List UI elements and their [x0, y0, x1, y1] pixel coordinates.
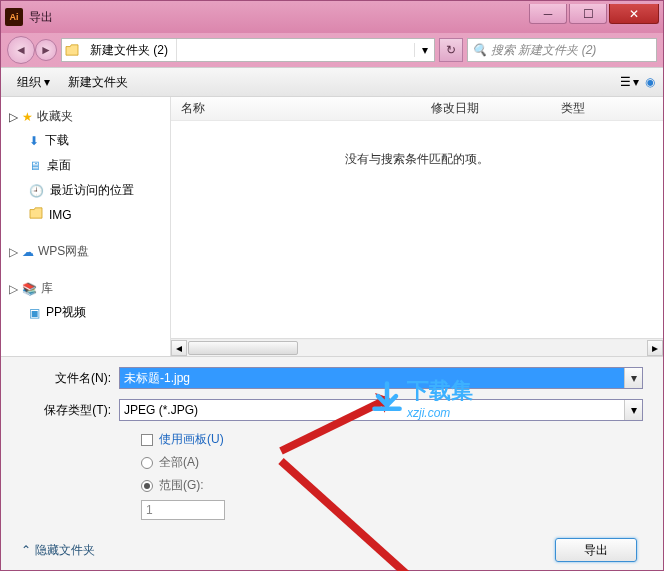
search-icon: 🔍 [472, 43, 487, 57]
column-headers: 名称 修改日期 类型 [171, 97, 663, 121]
range-radio[interactable]: 范围(G): [141, 477, 643, 494]
desktop-icon: 🖥 [29, 159, 41, 173]
savetype-label: 保存类型(T): [21, 402, 111, 419]
close-button[interactable]: ✕ [609, 4, 659, 24]
col-name[interactable]: 名称 [171, 100, 421, 117]
help-button[interactable]: ◉ [645, 75, 655, 89]
radio-icon [141, 457, 153, 469]
scroll-thumb[interactable] [188, 341, 298, 355]
chevron-icon: ▷ [9, 110, 18, 124]
col-date[interactable]: 修改日期 [421, 100, 551, 117]
view-icon: ☰ [620, 75, 631, 89]
folder-icon [62, 44, 82, 56]
sidebar-item-img[interactable]: IMG [1, 203, 170, 226]
search-placeholder: 搜索 新建文件夹 (2) [491, 42, 596, 59]
nav-forward-button[interactable]: ► [35, 39, 57, 61]
view-button[interactable]: ☰ ▾ [620, 75, 639, 89]
savetype-dropdown[interactable]: ▾ [624, 400, 642, 420]
maximize-button[interactable]: ☐ [569, 4, 607, 24]
main-area: ▷ ★ 收藏夹 ⬇ 下载 🖥 桌面 🕘 最近访问的位置 [1, 97, 663, 356]
sidebar-item-desktop[interactable]: 🖥 桌面 [1, 153, 170, 178]
breadcrumb-dropdown[interactable]: ▾ [414, 43, 434, 57]
filename-dropdown[interactable]: ▾ [624, 368, 642, 388]
hide-folders-toggle[interactable]: ⌃ 隐藏文件夹 [21, 542, 95, 559]
horizontal-scrollbar[interactable]: ◂ ▸ [171, 338, 663, 356]
range-input[interactable]: 1 [141, 500, 225, 520]
breadcrumb[interactable]: 新建文件夹 (2) ▾ [61, 38, 435, 62]
sidebar: ▷ ★ 收藏夹 ⬇ 下载 🖥 桌面 🕘 最近访问的位置 [1, 97, 171, 356]
folder-icon [29, 207, 43, 222]
recent-icon: 🕘 [29, 184, 44, 198]
sidebar-item-ppvideo[interactable]: ▣ PP视频 [1, 300, 170, 325]
col-type[interactable]: 类型 [551, 100, 663, 117]
filename-input[interactable]: 未标题-1.jpg ▾ [119, 367, 643, 389]
sidebar-item-recent[interactable]: 🕘 最近访问的位置 [1, 178, 170, 203]
wps-header[interactable]: ▷ ☁ WPS网盘 [1, 240, 170, 263]
use-artboard-checkbox[interactable]: 使用画板(U) [141, 431, 643, 448]
title-bar: Ai 导出 ─ ☐ ✕ [1, 1, 663, 33]
minimize-button[interactable]: ─ [529, 4, 567, 24]
sidebar-item-downloads[interactable]: ⬇ 下载 [1, 128, 170, 153]
chevron-icon: ▷ [9, 282, 18, 296]
chevron-down-icon: ▾ [44, 75, 50, 89]
download-icon: ⬇ [29, 134, 39, 148]
chevron-down-icon: ▾ [633, 75, 639, 89]
chevron-icon: ▷ [9, 245, 18, 259]
star-icon: ★ [22, 110, 33, 124]
libraries-header[interactable]: ▷ 📚 库 [1, 277, 170, 300]
nav-back-button[interactable]: ◄ [7, 36, 35, 64]
app-icon: Ai [5, 8, 23, 26]
dialog-footer: ⌃ 隐藏文件夹 导出 [21, 530, 643, 562]
export-dialog: Ai 导出 ─ ☐ ✕ ◄ ► 新建文件夹 (2) ▾ ↻ 🔍 搜索 新建文件夹… [0, 0, 664, 571]
file-list-pane: 名称 修改日期 类型 没有与搜索条件匹配的项。 ◂ ▸ [171, 97, 663, 356]
organize-button[interactable]: 组织 ▾ [9, 71, 58, 94]
scroll-left-button[interactable]: ◂ [171, 340, 187, 356]
breadcrumb-segment[interactable]: 新建文件夹 (2) [82, 39, 177, 61]
empty-state: 没有与搜索条件匹配的项。 [171, 121, 663, 338]
export-options: 使用画板(U) 全部(A) 范围(G): 1 下载集 xzji.com [21, 431, 643, 520]
new-folder-button[interactable]: 新建文件夹 [60, 71, 136, 94]
search-input[interactable]: 🔍 搜索 新建文件夹 (2) [467, 38, 657, 62]
toolbar: 组织 ▾ 新建文件夹 ☰ ▾ ◉ [1, 67, 663, 97]
video-icon: ▣ [29, 306, 40, 320]
nav-row: ◄ ► 新建文件夹 (2) ▾ ↻ 🔍 搜索 新建文件夹 (2) [1, 33, 663, 67]
library-icon: 📚 [22, 282, 37, 296]
favorites-header[interactable]: ▷ ★ 收藏夹 [1, 105, 170, 128]
radio-icon [141, 480, 153, 492]
all-radio[interactable]: 全部(A) [141, 454, 643, 471]
cloud-icon: ☁ [22, 245, 34, 259]
window-title: 导出 [29, 9, 529, 26]
savetype-select[interactable]: JPEG (*.JPG) ▾ [119, 399, 643, 421]
export-button[interactable]: 导出 [555, 538, 637, 562]
bottom-panel: 文件名(N): 未标题-1.jpg ▾ 保存类型(T): JPEG (*.JPG… [1, 356, 663, 570]
refresh-button[interactable]: ↻ [439, 38, 463, 62]
checkbox-icon [141, 434, 153, 446]
collapse-icon: ⌃ [21, 543, 31, 557]
scroll-right-button[interactable]: ▸ [647, 340, 663, 356]
filename-label: 文件名(N): [21, 370, 111, 387]
